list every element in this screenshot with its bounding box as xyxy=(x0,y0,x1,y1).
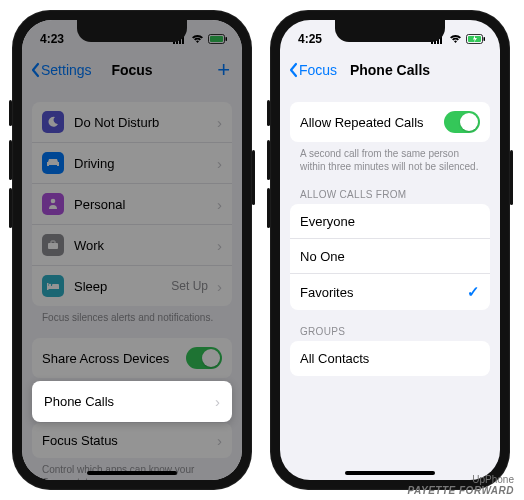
add-button[interactable]: + xyxy=(217,57,234,83)
chevron-right-icon: › xyxy=(217,278,222,295)
allow-repeated-toggle[interactable] xyxy=(444,111,480,133)
chevron-left-icon xyxy=(288,62,298,78)
share-group: Share Across Devices xyxy=(32,338,232,378)
svg-point-12 xyxy=(49,283,51,285)
car-icon xyxy=(42,152,64,174)
focus-status-label: Focus Status xyxy=(42,433,118,448)
back-button[interactable]: Settings xyxy=(30,62,92,78)
allow-repeated-label: Allow Repeated Calls xyxy=(300,115,424,130)
watermark: UpPhone PAYETTE FORWARD xyxy=(408,474,514,496)
focus-mode-label: Sleep xyxy=(74,279,107,294)
checkmark-icon: ✓ xyxy=(467,283,480,301)
focus-status-row[interactable]: Focus Status › xyxy=(32,423,232,458)
focus-mode-row[interactable]: Driving› xyxy=(32,143,232,184)
focus-modes-list: Do Not Disturb›Driving›Personal›Work›Sle… xyxy=(32,102,232,306)
wifi-icon xyxy=(191,34,204,44)
groups-list: All Contacts xyxy=(290,341,490,376)
chevron-left-icon xyxy=(30,62,40,78)
allow-from-option[interactable]: No One xyxy=(290,239,490,274)
repeated-footer-note: A second call from the same person withi… xyxy=(290,142,490,173)
notch xyxy=(335,20,445,42)
wifi-icon xyxy=(449,34,462,44)
allow-repeated-group: Allow Repeated Calls xyxy=(290,102,490,142)
share-toggle[interactable] xyxy=(186,347,222,369)
share-across-devices-row[interactable]: Share Across Devices xyxy=(32,338,232,378)
watermark-line2: PAYETTE FORWARD xyxy=(408,485,514,496)
focus-mode-label: Personal xyxy=(74,197,125,212)
groups-header: Groups xyxy=(290,310,490,341)
focus-mode-row[interactable]: SleepSet Up› xyxy=(32,266,232,306)
svg-rect-19 xyxy=(484,37,486,41)
focus-mode-label: Driving xyxy=(74,156,114,171)
focus-mode-row[interactable]: Do Not Disturb› xyxy=(32,102,232,143)
back-label: Settings xyxy=(41,62,92,78)
back-button[interactable]: Focus xyxy=(288,62,337,78)
nav-bar: Focus Phone Calls xyxy=(280,52,500,88)
allow-from-option[interactable]: Favorites✓ xyxy=(290,274,490,310)
share-label: Share Across Devices xyxy=(42,351,169,366)
focus-mode-row[interactable]: Personal› xyxy=(32,184,232,225)
phone-calls-row[interactable]: Phone Calls › xyxy=(32,381,232,422)
allow-from-list: EveryoneNo OneFavorites✓ xyxy=(290,204,490,310)
svg-rect-13 xyxy=(52,284,59,287)
nav-bar: Settings Focus + xyxy=(22,52,242,88)
svg-point-7 xyxy=(51,199,56,204)
focus-mode-label: Do Not Disturb xyxy=(74,115,159,130)
battery-charging-icon xyxy=(466,34,486,44)
allow-from-option[interactable]: Everyone xyxy=(290,204,490,239)
chevron-right-icon: › xyxy=(217,237,222,254)
option-label: Favorites xyxy=(300,285,353,300)
focus-mode-detail: Set Up xyxy=(171,279,208,293)
back-label: Focus xyxy=(299,62,337,78)
allow-from-header: Allow Calls From xyxy=(290,173,490,204)
phone-calls-label: Phone Calls xyxy=(44,394,114,409)
option-label: Everyone xyxy=(300,214,355,229)
status-footer-note: Control which apps can know your Focus s… xyxy=(32,458,232,480)
person-icon xyxy=(42,193,64,215)
phone-mockup-right: 4:25 Focus Phone Calls Allow Re xyxy=(270,10,510,490)
svg-rect-6 xyxy=(210,36,223,42)
focus-footer-note: Focus silences alerts and notifications. xyxy=(32,306,232,324)
groups-item-row[interactable]: All Contacts xyxy=(290,341,490,376)
chevron-right-icon: › xyxy=(217,155,222,172)
phone-mockup-left: 4:23 Settings Focus + Do Not Disturb›Dri… xyxy=(12,10,252,490)
chevron-right-icon: › xyxy=(217,432,222,449)
bed-icon xyxy=(42,275,64,297)
groups-item-label: All Contacts xyxy=(300,351,369,366)
status-time: 4:25 xyxy=(298,32,322,46)
svg-rect-9 xyxy=(51,241,55,244)
option-label: No One xyxy=(300,249,345,264)
svg-rect-5 xyxy=(226,37,228,41)
chevron-right-icon: › xyxy=(217,196,222,213)
case-icon xyxy=(42,234,64,256)
moon-icon xyxy=(42,111,64,133)
status-time: 4:23 xyxy=(40,32,64,46)
chevron-right-icon: › xyxy=(217,114,222,131)
watermark-line1: UpPhone xyxy=(408,474,514,485)
home-indicator[interactable] xyxy=(87,471,177,475)
svg-rect-11 xyxy=(47,283,49,290)
focus-status-group: Focus Status › xyxy=(32,423,232,458)
focus-mode-row[interactable]: Work› xyxy=(32,225,232,266)
battery-icon xyxy=(208,34,228,44)
notch xyxy=(77,20,187,42)
allow-repeated-row[interactable]: Allow Repeated Calls xyxy=(290,102,490,142)
focus-mode-label: Work xyxy=(74,238,104,253)
chevron-right-icon: › xyxy=(215,393,220,410)
